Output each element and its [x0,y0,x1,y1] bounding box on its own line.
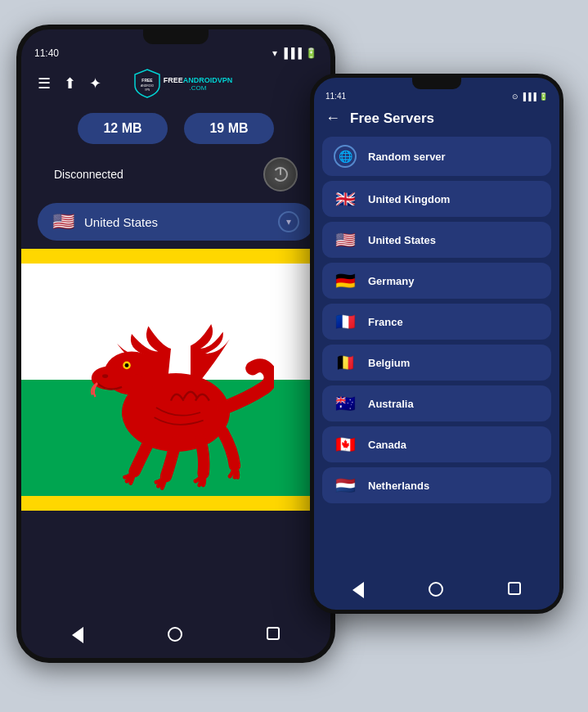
phone2-device: 11:41 ⊙ ▐▐▐ 🔋 ← Free Servers 🌐 Random se… [310,74,563,614]
flag-nl: 🇳🇱 [334,475,357,495]
server-item-us[interactable]: 🇺🇸 United States [322,222,551,258]
connection-status-text: Disconnected [54,168,123,181]
phone2-wifi-icon: ⊙ [512,92,518,101]
power-icon [272,165,290,183]
phone2-status-bar: 11:41 ⊙ ▐▐▐ 🔋 [314,89,559,103]
shield-logo-icon: FREE ANDROID VPN [134,69,160,98]
svg-text:VPN: VPN [145,88,150,92]
flag-au: 🇦🇺 [334,394,357,413]
server-item-ca[interactable]: 🇨🇦 Canada [322,426,551,462]
selected-country-flag: 🇺🇸 [52,211,74,232]
server-name-de: Germany [368,275,414,287]
phone1-status-icons: ▾ ▐▐▐ 🔋 [272,47,317,59]
battery-icon: 🔋 [305,47,317,59]
server-item-be[interactable]: 🇧🇪 Belgium [322,345,551,381]
flag-de: 🇩🇪 [334,271,357,291]
back-nav-button[interactable] [72,627,83,643]
server-name-nl: Netherlands [368,480,429,492]
chevron-down-icon: ▾ [278,211,299,232]
home-nav-button[interactable] [168,627,182,643]
phone1-header: ☰ ⬆ ✦ FREE ANDROID VPN FREEANDROIDVPN .C… [21,62,330,105]
phone2-battery-icon: 🔋 [539,92,548,101]
server-item-uk[interactable]: 🇬🇧 United Kingdom [322,181,551,217]
svg-text:ANDROID: ANDROID [141,84,155,88]
phone1-device: 11:40 ▾ ▐▐▐ 🔋 ☰ ⬆ ✦ FREE ANDROID VPN [16,25,335,663]
phone2-time: 11:41 [325,92,346,101]
server-item-fr[interactable]: 🇫🇷 France [322,304,551,340]
menu-icon[interactable]: ☰ [38,74,51,92]
back-arrow-button[interactable]: ← [325,110,340,127]
wales-dragon-svg [78,278,274,507]
phone1-notch [143,29,209,44]
phone1-status-bar: 11:40 ▾ ▐▐▐ 🔋 [21,44,330,62]
flag-uk: 🇬🇧 [334,189,357,209]
logo-brand-text: FREEANDROIDVPN [164,76,233,84]
phone1-nav-bar [21,619,330,651]
server-item-random[interactable]: 🌐 Random server [322,137,551,176]
country-selector[interactable]: 🇺🇸 United States ▾ [38,203,314,241]
svg-point-9 [125,363,129,367]
flag-us: 🇺🇸 [334,230,357,250]
wifi-icon: ▾ [272,47,277,59]
phone2-notch [412,78,461,89]
server-item-nl[interactable]: 🇳🇱 Netherlands [322,467,551,503]
phone2-nav-bar [314,575,559,605]
flag-be: 🇧🇪 [334,353,357,372]
app-logo: FREE ANDROID VPN FREEANDROIDVPN .COM [134,69,233,98]
server-name-uk: United Kingdom [368,193,450,205]
globe-icon: 🌐 [334,145,357,168]
phone2-recents-nav[interactable] [508,582,521,598]
server-name-au: Australia [368,398,414,410]
server-list: 🌐 Random server 🇬🇧 United Kingdom 🇺🇸 Uni… [314,133,559,507]
data-row: 12 MB 19 MB [21,105,330,152]
phone2-home-nav[interactable] [429,582,443,598]
upload-badge: 19 MB [184,113,274,144]
phone2-status-icons: ⊙ ▐▐▐ 🔋 [512,92,548,101]
flag-fr: 🇫🇷 [334,312,357,331]
phone2-header: ← Free Servers [314,103,559,133]
recents-nav-button[interactable] [267,627,280,643]
power-button[interactable] [263,157,298,192]
phone2-signal-icon: ▐▐▐ [521,92,536,101]
page-title: Free Servers [350,110,434,127]
svg-point-10 [102,374,108,378]
server-item-de[interactable]: 🇩🇪 Germany [322,263,551,299]
signal-icon: ▐▐▐ [281,47,302,59]
flag-banner [21,249,330,511]
logo-domain-text: .COM [164,84,233,92]
flag-ca: 🇨🇦 [334,435,357,454]
phone1-time: 11:40 [34,47,59,59]
svg-text:FREE: FREE [141,78,153,83]
download-badge: 12 MB [78,113,168,144]
server-name-ca: Canada [368,439,406,451]
status-row: Disconnected [21,152,330,196]
selected-country-name: United States [84,215,268,229]
server-name-be: Belgium [368,357,410,369]
server-name-fr: France [368,316,403,328]
header-left-icons: ☰ ⬆ ✦ [38,74,101,92]
phone2-back-nav[interactable] [352,582,364,598]
server-item-au[interactable]: 🇦🇺 Australia [322,385,551,421]
star-icon[interactable]: ✦ [89,74,101,92]
server-name-us: United States [368,234,436,246]
share-icon[interactable]: ⬆ [64,74,76,92]
server-name-random: Random server [368,151,446,163]
yellow-stripe-top [21,249,330,264]
